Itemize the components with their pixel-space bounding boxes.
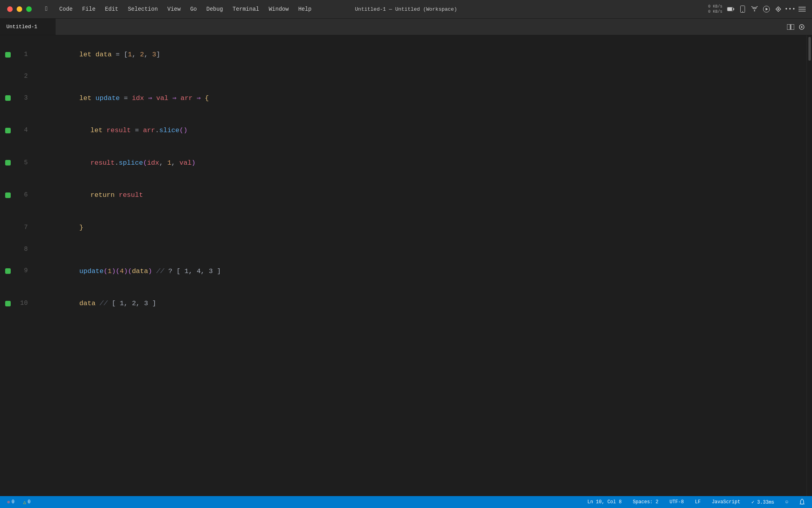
line-content-3: let update = idx ⇒ val ⇒ arr ⇒ {: [36, 82, 806, 115]
svg-point-4: [742, 11, 743, 12]
warning-icon: △: [23, 499, 26, 505]
svg-point-8: [778, 8, 779, 10]
run-indicator-10[interactable]: [0, 301, 16, 306]
tab-untitled1[interactable]: Untitled-1: [0, 19, 56, 35]
error-icon: ⊗: [7, 499, 10, 505]
split-editor-icon[interactable]: [787, 23, 795, 31]
line-number-8: 8: [16, 244, 36, 255]
run-indicator-5[interactable]: [0, 160, 16, 165]
more-icon[interactable]: •••: [787, 6, 794, 13]
run-dot-9: [5, 268, 11, 274]
code-line-3: 3 let update = idx ⇒ val ⇒ arr ⇒ {: [0, 82, 806, 115]
play-icon[interactable]: [763, 6, 770, 13]
airplay-icon[interactable]: [751, 6, 758, 13]
warning-count[interactable]: △ 0: [21, 498, 33, 506]
ln-col[interactable]: Ln 10, Col 8: [585, 498, 624, 506]
warning-count-label: 0: [28, 499, 31, 505]
run-indicator-9[interactable]: [0, 268, 16, 274]
notification-icon[interactable]: [797, 498, 807, 506]
line-number-10: 10: [16, 298, 36, 309]
titlebar-right: 0 KB/s 0 KB/s: [708, 4, 812, 14]
line-number-3: 3: [16, 93, 36, 104]
battery-icon[interactable]: [727, 6, 734, 13]
run-indicator-6[interactable]: [0, 192, 16, 198]
eol[interactable]: LF: [693, 498, 703, 506]
run-dot-10: [5, 301, 11, 306]
tab-actions: [787, 19, 812, 35]
spaces[interactable]: Spaces: 2: [630, 498, 661, 506]
close-button[interactable]: [7, 6, 13, 12]
run-indicator-2: [0, 74, 16, 79]
line-content-9: update(1)(4)(data) // ? [ 1, 4, 3 ]: [36, 255, 806, 287]
smiley-label: ☺: [785, 499, 788, 505]
statusbar: ⊗ 0 △ 0 Ln 10, Col 8 Spaces: 2 UTF-8 LF …: [0, 496, 812, 508]
menu-window[interactable]: Window: [264, 4, 293, 14]
run-dot-7: [5, 225, 11, 231]
smiley-icon[interactable]: ☺: [783, 498, 791, 506]
maximize-button[interactable]: [26, 6, 32, 12]
encoding[interactable]: UTF-8: [667, 498, 686, 506]
code-area[interactable]: 1 let data = [1, 2, 3] 2 3: [0, 35, 806, 496]
extension-icon[interactable]: [775, 6, 782, 13]
language[interactable]: JavaScript: [709, 498, 743, 506]
network-indicator: 0 KB/s 0 KB/s: [708, 4, 722, 14]
menu-file[interactable]: File: [77, 4, 100, 14]
menu-help[interactable]: Help: [293, 4, 316, 14]
menu-bar:  Code File Edit Selection View Go Debug…: [40, 4, 316, 14]
line-number-1: 1: [16, 50, 36, 60]
line-number-5: 5: [16, 158, 36, 168]
menu-edit[interactable]: Edit: [100, 4, 123, 14]
line-number-4: 4: [16, 125, 36, 136]
line-number-6: 6: [16, 190, 36, 200]
code-line-7: 7 }: [0, 212, 806, 244]
ln-col-label: Ln 10, Col 8: [587, 499, 621, 505]
run-dot-2: [5, 74, 11, 79]
traffic-lights: [0, 6, 32, 12]
line-content-7: }: [36, 212, 806, 244]
error-count[interactable]: ⊗ 0: [5, 498, 17, 506]
code-line-10: 10 data // [ 1, 2, 3 ]: [0, 287, 806, 320]
statusbar-left: ⊗ 0 △ 0: [5, 498, 33, 506]
svg-rect-13: [791, 24, 794, 30]
run-indicator-7: [0, 225, 16, 231]
run-indicator-1[interactable]: [0, 52, 16, 58]
apple-menu[interactable]: : [40, 4, 55, 14]
menu-go[interactable]: Go: [186, 4, 202, 14]
error-count-label: 0: [11, 499, 14, 505]
svg-rect-2: [733, 8, 734, 10]
menu-terminal[interactable]: Terminal: [228, 4, 264, 14]
menu-code[interactable]: Code: [55, 4, 78, 14]
editor-scrollbar[interactable]: [806, 35, 812, 496]
run-dot-6: [5, 192, 11, 198]
menu-selection[interactable]: Selection: [123, 4, 163, 14]
code-line-8: 8: [0, 244, 806, 255]
code-line-1: 1 let data = [1, 2, 3]: [0, 38, 806, 71]
menu-view[interactable]: View: [163, 4, 186, 14]
svg-rect-12: [787, 24, 790, 30]
code-line-6: 6 return result: [0, 179, 806, 212]
run-indicator-3[interactable]: [0, 95, 16, 101]
line-number-7: 7: [16, 223, 36, 233]
run-dot-5: [5, 160, 11, 165]
menu-debug[interactable]: Debug: [201, 4, 228, 14]
device-icon[interactable]: [739, 6, 746, 13]
run-dot-4: [5, 128, 11, 133]
run-time[interactable]: ✓ 3.33ms: [749, 498, 777, 506]
list-icon[interactable]: [799, 6, 806, 13]
run-indicator-4[interactable]: [0, 128, 16, 133]
encoding-label: UTF-8: [670, 499, 684, 505]
scrollbar-thumb[interactable]: [808, 37, 811, 61]
code-line-5: 5 result.splice(idx, 1, val): [0, 147, 806, 179]
code-line-4: 4 let result = arr.slice(): [0, 114, 806, 147]
code-line-2: 2: [0, 71, 806, 82]
minimize-button[interactable]: [17, 6, 22, 12]
editor-main: 1 let data = [1, 2, 3] 2 3: [0, 35, 806, 496]
line-content-1: let data = [1, 2, 3]: [36, 38, 806, 71]
tabbar: Untitled-1: [0, 19, 812, 35]
spaces-label: Spaces: 2: [633, 499, 659, 505]
statusbar-right: Ln 10, Col 8 Spaces: 2 UTF-8 LF JavaScri…: [585, 498, 807, 506]
tab-label: Untitled-1: [6, 24, 37, 30]
circle-dot-icon[interactable]: [798, 23, 806, 31]
svg-rect-1: [728, 8, 732, 11]
run-dot-1: [5, 52, 11, 58]
